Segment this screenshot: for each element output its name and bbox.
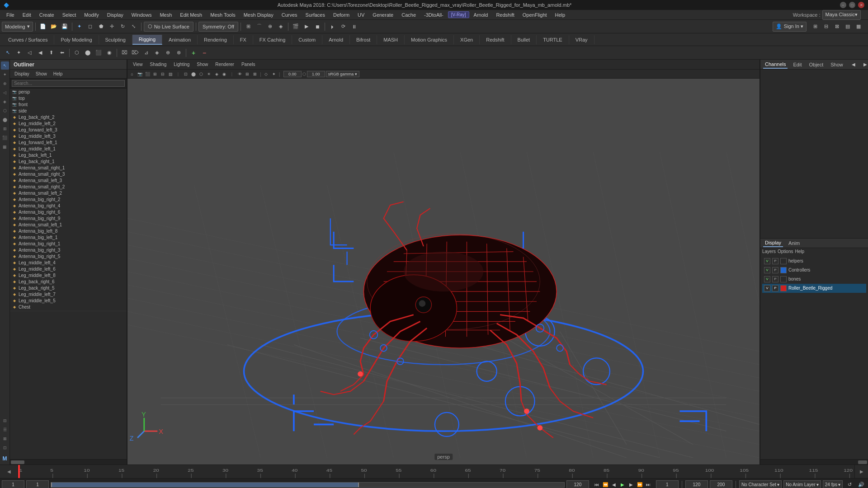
outliner-item-ant-small-right-1[interactable]: ◆ Antenna_small_right_1 <box>10 164 127 171</box>
move-tool-btn[interactable]: ✛ <box>107 22 117 32</box>
char-set-dropdown[interactable]: No Character Set▾ <box>739 480 782 488</box>
menu-file[interactable]: File <box>3 11 18 19</box>
outliner-item-side[interactable]: 📷 side <box>10 108 127 114</box>
close-button[interactable]: ✕ <box>858 2 864 8</box>
layers-sm-help[interactable]: Help <box>795 249 804 254</box>
vp-menu-view[interactable]: View <box>129 61 146 68</box>
timeline-right-handle[interactable]: ▶ <box>854 465 868 478</box>
maximize-button[interactable]: □ <box>849 2 855 8</box>
tool-rig4[interactable]: ◈ <box>152 48 162 58</box>
left-icon-bottom1[interactable]: ⊟ <box>1 417 9 425</box>
tab-xgen[interactable]: XGen <box>454 35 480 44</box>
loop-toggle[interactable]: ↺ <box>844 480 854 488</box>
left-icon-7[interactable]: ⊞ <box>1 125 9 133</box>
layer-v-btn[interactable]: V <box>764 258 770 264</box>
vp-deform-btn[interactable]: ◇ <box>263 70 270 78</box>
vp-tex-btn[interactable]: ⬡ <box>198 70 205 78</box>
outliner-content[interactable]: 📷 persp 📷 top 📷 front 📷 side ◆ Leg_back_… <box>10 89 127 459</box>
menu-vray[interactable]: [V-Ray] <box>448 11 469 18</box>
snap-curve-btn[interactable]: ⌒ <box>254 22 264 32</box>
tool-rig2[interactable]: ⌦ <box>130 48 140 58</box>
outliner-menu-show[interactable]: Show <box>33 71 50 77</box>
layer-controllers[interactable]: V P Controllers <box>762 266 866 275</box>
sign-in-btn[interactable]: 👤Sign In ▾ <box>773 22 807 32</box>
end-frame-input[interactable] <box>685 480 708 488</box>
left-icon-1[interactable]: ✦ <box>1 70 9 79</box>
outliner-item-chest[interactable]: ◆ Chest <box>10 304 127 310</box>
playback-range-bar[interactable] <box>51 482 565 488</box>
symmetry-btn[interactable]: Symmetry: Off <box>198 22 238 32</box>
tool-cylinder[interactable]: ◉ <box>104 48 114 58</box>
left-icon-5[interactable]: ⬡ <box>1 107 9 115</box>
layer-helpers[interactable]: V P helpers <box>762 257 866 266</box>
vp-menu-lighting[interactable]: Lighting <box>170 61 193 68</box>
menu-mesh-display[interactable]: Mesh Display <box>240 11 277 19</box>
menu-surfaces[interactable]: Surfaces <box>302 11 329 19</box>
outliner-search-input[interactable] <box>12 80 125 87</box>
tab-turtle[interactable]: TURTLE <box>537 35 569 44</box>
audio-btn[interactable]: 🔊 <box>856 480 866 488</box>
menu-help[interactable]: Help <box>552 11 569 19</box>
fps-dropdown[interactable]: 24 fps▾ <box>823 480 843 488</box>
layers-sm-layers[interactable]: Layers <box>762 249 776 254</box>
menu-mesh[interactable]: Mesh <box>156 11 175 19</box>
outliner-item-leg-back-right-5[interactable]: ◆ Leg_back_right_5 <box>10 285 127 291</box>
tab-channels[interactable]: Channels <box>763 61 788 69</box>
tab-arnold[interactable]: Arnold <box>322 35 350 44</box>
left-icon-8[interactable]: ⬛ <box>1 134 9 142</box>
vp-hud-btn[interactable]: ⊠ <box>251 70 259 78</box>
outliner-item-ant-big-right-4[interactable]: ◆ Antenna_big_right_4 <box>10 202 127 209</box>
outliner-item-leg-back-right-6[interactable]: ◆ Leg_back_right_6 <box>10 278 127 285</box>
tool-orient[interactable]: ⬅ <box>57 48 67 58</box>
tool-rig1[interactable]: ⌧ <box>119 48 129 58</box>
prev-key-btn[interactable]: ⏪ <box>601 481 609 488</box>
layout-btn-4[interactable]: ▤ <box>843 22 853 32</box>
render-btn[interactable]: 🎬 <box>291 22 301 32</box>
left-icon-3[interactable]: ◁ <box>1 89 9 97</box>
current-frame-input[interactable] <box>2 480 24 488</box>
menu-deform[interactable]: Deform <box>330 11 353 19</box>
left-icon-2[interactable]: ⊕ <box>1 80 9 88</box>
outliner-item-leg-back-left-1[interactable]: ◆ Leg_back_left_1 <box>10 152 127 158</box>
menu-generate[interactable]: Generate <box>369 11 397 19</box>
tool-move-joint[interactable]: ⬆ <box>46 48 56 58</box>
vp-float-field1[interactable] <box>283 71 302 77</box>
vp-ao-btn[interactable]: ◉ <box>221 70 228 78</box>
vp-float-field2[interactable] <box>307 71 325 77</box>
stop-render-btn[interactable]: ⏹ <box>312 22 322 32</box>
layer-v-btn[interactable]: V <box>764 285 770 291</box>
tool-select-comp[interactable]: ◀ <box>35 48 45 58</box>
outliner-item-leg-middle-left-6[interactable]: ◆ Leg_middle_left_6 <box>10 266 127 272</box>
pause-btn[interactable]: ⏸ <box>349 22 359 32</box>
outliner-item-ant-big-left-8[interactable]: ◆ Antenna_big_left_8 <box>10 228 127 234</box>
left-icon-9[interactable]: ▦ <box>1 143 9 151</box>
tab-show[interactable]: Show <box>829 61 845 68</box>
vp-gamma-dropdown[interactable]: sRGB gamma ▾ <box>326 71 359 77</box>
outliner-item-ant-big-right-1[interactable]: ◆ Antenna_big_right_1 <box>10 240 127 247</box>
vp-menu-panels[interactable]: Panels <box>238 61 259 68</box>
outliner-item-ant-small-left-1[interactable]: ◆ Antenna_small_left_1 <box>10 221 127 228</box>
layers-sm-options[interactable]: Options <box>778 249 793 254</box>
outliner-item-leg-forward-left-1[interactable]: ◆ Leg_forward_left_1 <box>10 139 127 145</box>
tool-sphere[interactable]: ⬤ <box>83 48 93 58</box>
outliner-item-leg-forward-left-3[interactable]: ◆ Leg_forward_left_3 <box>10 127 127 133</box>
vp-layout4[interactable]: ▤ <box>167 70 174 78</box>
menu-3dtoall[interactable]: -3DtoAll- <box>420 11 447 19</box>
go-end-btn[interactable]: ⏭ <box>644 481 652 488</box>
current-frame-right-input[interactable] <box>656 480 679 488</box>
rotate-tool-btn[interactable]: ↻ <box>118 22 128 32</box>
tool-add[interactable]: + <box>189 48 198 58</box>
channel-icon-2[interactable]: ▶ <box>860 60 868 70</box>
tab-edit[interactable]: Edit <box>791 61 803 68</box>
menu-edit-mesh[interactable]: Edit Mesh <box>176 11 206 19</box>
outliner-item-persp[interactable]: 📷 persp <box>10 89 127 95</box>
new-scene-btn[interactable]: 📄 <box>38 22 48 32</box>
left-icon-select[interactable]: ↖ <box>1 61 9 70</box>
vp-menu-show[interactable]: Show <box>193 61 212 68</box>
outliner-item-ant-big-left-1[interactable]: ◆ Antenna_big_left_1 <box>10 234 127 240</box>
tab-custom[interactable]: Custom <box>292 35 322 44</box>
tool-cube[interactable]: ⬛ <box>94 48 104 58</box>
tab-vray[interactable]: VRay <box>569 35 594 44</box>
outliner-item-front[interactable]: 📷 front <box>10 101 127 108</box>
live-surface-btn[interactable]: ⬡ No Live Surface <box>144 22 193 32</box>
